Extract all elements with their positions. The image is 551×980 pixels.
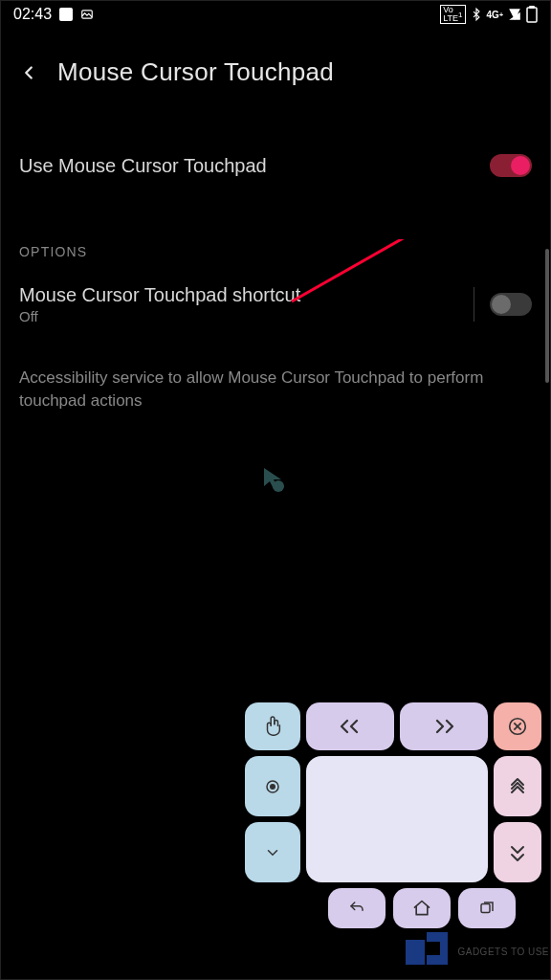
network-4g-icon: 4G+ [487,10,503,20]
service-description: Accessibility service to allow Mouse Cur… [19,367,532,412]
bluetooth-icon [470,7,483,22]
touchpad-surface[interactable] [306,756,488,882]
shortcut-title: Mouse Cursor Touchpad shortcut [19,284,300,306]
cursor-icon [261,465,290,498]
nav-back-button[interactable] [328,888,386,928]
use-touchpad-toggle[interactable] [490,154,532,177]
close-panel-button[interactable] [494,702,541,750]
options-header: OPTIONS [19,244,532,259]
use-touchpad-row[interactable]: Use Mouse Cursor Touchpad [19,106,532,206]
scroll-up-button[interactable] [494,756,541,816]
notification-stop-icon [59,8,73,21]
header: Mouse Cursor Touchpad [0,29,551,106]
svg-rect-1 [527,8,537,22]
page-title: Mouse Cursor Touchpad [57,57,334,87]
watermark: GADGETS TO USE [406,932,549,970]
nav-home-button[interactable] [393,888,451,928]
notification-gallery-icon [80,8,94,21]
shortcut-state: Off [19,308,300,324]
collapse-button[interactable] [245,822,300,882]
signal-icon [507,8,522,21]
watermark-logo [406,932,452,970]
shortcut-row[interactable]: Mouse Cursor Touchpad shortcut Off [19,277,532,344]
touchpad-panel [245,702,541,928]
scroll-down-button[interactable] [494,822,541,882]
scroll-left-button[interactable] [306,702,394,750]
watermark-text: GADGETS TO USE [457,947,549,957]
scroll-indicator [545,249,549,383]
battery-icon [526,6,538,23]
svg-rect-10 [481,904,490,913]
use-touchpad-label: Use Mouse Cursor Touchpad [19,155,267,177]
back-button[interactable] [17,61,40,84]
scroll-right-button[interactable] [400,702,488,750]
svg-rect-2 [530,6,534,8]
volte-icon: VoLTE1 [440,5,465,24]
tap-button[interactable] [245,702,300,750]
divider [474,287,474,322]
target-button[interactable] [245,756,300,816]
status-bar: 02:43 VoLTE1 4G+ [0,0,551,29]
nav-recents-button[interactable] [458,888,516,928]
svg-point-4 [273,480,284,492]
status-time: 02:43 [13,6,52,23]
shortcut-toggle[interactable] [490,293,532,316]
svg-point-9 [271,784,276,789]
